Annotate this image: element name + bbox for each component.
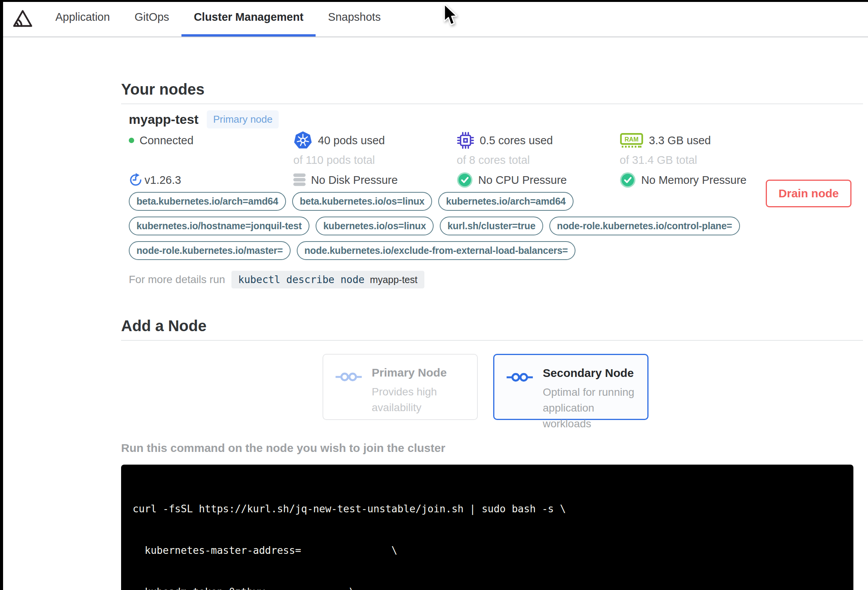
- primary-node-option-title: Primary Node: [372, 366, 456, 379]
- ram-icon: RAM: [620, 131, 644, 150]
- tab-gitops[interactable]: GitOps: [122, 0, 181, 37]
- add-node-title: Add a Node: [121, 317, 863, 335]
- cpu-pressure: No CPU Pressure: [457, 170, 620, 190]
- ram-icon-label: RAM: [625, 136, 639, 143]
- node-pressure-row: v1.26.3 No Disk Pressure: [129, 170, 863, 190]
- pods-total-label: of 110 pods total: [293, 154, 457, 167]
- node-status-label: Connected: [140, 134, 193, 147]
- memory-total-label: of 31.4 GB total: [620, 154, 863, 167]
- node-labels: beta.kubernetes.io/arch=amd64 beta.kuber…: [129, 192, 744, 260]
- node-version: v1.26.3: [129, 170, 293, 190]
- drain-node-button[interactable]: Drain node: [766, 180, 851, 207]
- check-circle-icon: [457, 172, 473, 188]
- join-instruction: Run this command on the node you wish to…: [121, 442, 863, 455]
- node-card: myapp-test Primary node Connected 40 pod…: [121, 104, 863, 288]
- node-type-options: Primary Node Provides high availability …: [323, 354, 863, 420]
- node-version-label: v1.26.3: [145, 174, 181, 187]
- section-divider: [121, 340, 863, 341]
- tab-snapshots[interactable]: Snapshots: [316, 0, 393, 37]
- mouse-cursor-icon: [441, 3, 459, 27]
- check-circle-icon: [620, 172, 636, 188]
- describe-command-node: myapp-test: [370, 274, 417, 285]
- cpu-stat: 0.5 cores used of 8 cores total: [457, 131, 620, 167]
- cpu-used-label: 0.5 cores used: [480, 134, 553, 147]
- secondary-node-option[interactable]: Secondary Node Optimal for running appli…: [493, 354, 649, 420]
- connected-dot-icon: [129, 138, 134, 143]
- nodes-icon: [335, 371, 362, 383]
- main-content: Your nodes myapp-test Primary node Conne…: [121, 80, 863, 590]
- pods-used-label: 40 pods used: [318, 134, 385, 147]
- node-label-pill: beta.kubernetes.io/os=linux: [292, 192, 432, 211]
- disk-pressure: No Disk Pressure: [293, 170, 457, 190]
- window-top-edge: [0, 0, 868, 2]
- describe-command-text: kubectl describe node: [238, 274, 365, 285]
- your-nodes-title: Your nodes: [121, 80, 863, 98]
- node-label-pill: kubernetes.io/os=linux: [316, 217, 434, 235]
- cpu-chip-icon: [457, 132, 474, 149]
- node-label-pill: node-role.kubernetes.io/master=: [129, 241, 291, 260]
- disk-icon: [293, 173, 306, 187]
- node-label-pill: kubernetes.io/hostname=jonquil-test: [129, 217, 309, 235]
- tab-application[interactable]: Application: [43, 0, 122, 37]
- nodes-icon: [506, 371, 534, 383]
- app-logo[interactable]: [12, 9, 33, 28]
- details-prefix: For more details run: [129, 273, 225, 286]
- sentry-logo-icon: [12, 9, 33, 28]
- node-label-pill: kubernetes.io/arch=amd64: [438, 192, 573, 211]
- primary-node-option[interactable]: Primary Node Provides high availability: [323, 354, 478, 420]
- memory-stat: RAM 3.3 GB used of 31.4 GB total: [620, 131, 863, 167]
- node-label-pill: kurl.sh/cluster=true: [440, 217, 543, 235]
- memory-pressure-label: No Memory Pressure: [641, 174, 747, 187]
- nav-tabs: Application GitOps Cluster Management Sn…: [43, 0, 393, 37]
- primary-node-option-text: Primary Node Provides high availability: [372, 366, 456, 419]
- node-label-pill: beta.kubernetes.io/arch=amd64: [129, 192, 286, 211]
- secondary-node-option-title: Secondary Node: [543, 367, 643, 380]
- describe-node-command: kubectl describe node myapp-test: [231, 271, 424, 288]
- node-name: myapp-test: [129, 112, 198, 127]
- node-label-pill: node.kubernetes.io/exclude-from-external…: [297, 241, 576, 260]
- node-status: Connected: [129, 131, 293, 150]
- secondary-node-option-text: Secondary Node Optimal for running appli…: [543, 367, 643, 419]
- version-update-icon: [129, 173, 143, 187]
- node-name-row: myapp-test Primary node: [129, 110, 863, 128]
- top-nav: Application GitOps Cluster Management Sn…: [0, 0, 868, 37]
- cpu-pressure-label: No CPU Pressure: [478, 174, 567, 187]
- memory-used-label: 3.3 GB used: [649, 134, 711, 147]
- pods-stat: 40 pods used of 110 pods total: [293, 131, 457, 167]
- tab-cluster-management[interactable]: Cluster Management: [181, 0, 316, 37]
- window-left-edge: [0, 0, 3, 590]
- join-command-block: curl -fsSL https://kurl.sh/jq-new-test-u…: [121, 465, 853, 590]
- node-details-line: For more details run kubectl describe no…: [129, 271, 863, 288]
- primary-node-badge: Primary node: [207, 110, 279, 128]
- node-stats-row: Connected 40 pods used of 110 pods total: [129, 131, 863, 167]
- command-line: kubernetes-master-address= \: [133, 543, 842, 557]
- kubernetes-icon: [293, 131, 313, 150]
- command-line: curl -fsSL https://kurl.sh/jq-new-test-u…: [133, 502, 842, 516]
- command-line: kubeadm-token=0ztbvy. \: [133, 585, 842, 590]
- primary-node-option-description: Provides high availability: [372, 384, 456, 415]
- node-label-pill: node-role.kubernetes.io/control-plane=: [549, 217, 740, 235]
- disk-pressure-label: No Disk Pressure: [311, 174, 398, 187]
- cpu-total-label: of 8 cores total: [457, 154, 620, 167]
- secondary-node-option-description: Optimal for running application workload…: [543, 384, 643, 432]
